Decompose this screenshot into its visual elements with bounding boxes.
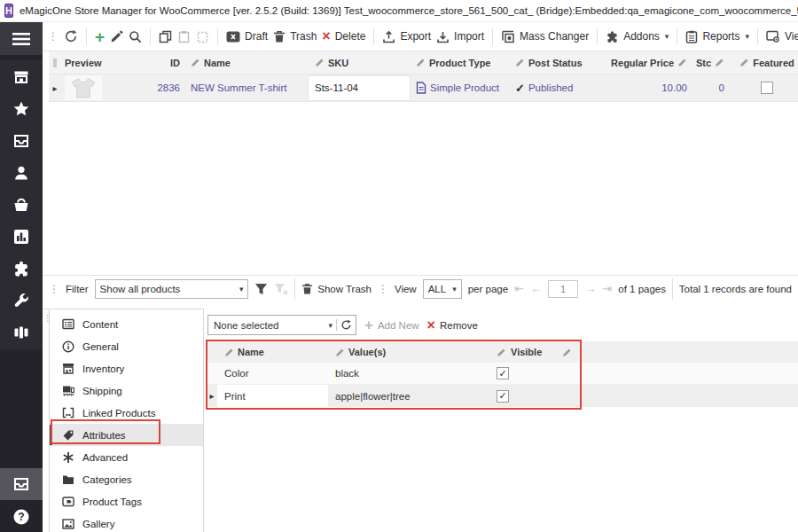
- stock-cell: 0: [694, 82, 730, 93]
- view-count-dropdown[interactable]: ALL ▾: [423, 279, 462, 299]
- export-label: Export: [400, 30, 431, 43]
- archive-icon[interactable]: [0, 468, 43, 500]
- layout-columns-icon[interactable]: [0, 317, 43, 348]
- show-trash-button[interactable]: Show Trash: [301, 283, 372, 295]
- remove-button[interactable]: × Remove: [427, 318, 478, 332]
- attr-name-cell[interactable]: Print: [217, 385, 328, 407]
- statistics-chart-icon[interactable]: [0, 221, 43, 253]
- column-header-edit[interactable]: [548, 348, 585, 357]
- tab-advanced[interactable]: Advanced: [50, 446, 203, 468]
- table-row[interactable]: ▸ 2836 NEW Summer T-shirt Sts-11-04 Simp…: [49, 74, 798, 102]
- view-button[interactable]: View ▾: [766, 30, 798, 43]
- clear-filter-button[interactable]: [274, 283, 288, 295]
- tab-shipping[interactable]: Shipping: [50, 379, 203, 402]
- reports-button[interactable]: Reports ▾: [685, 30, 749, 43]
- trash-button[interactable]: Trash: [273, 30, 317, 43]
- remove-label: Remove: [440, 320, 478, 331]
- first-page-button[interactable]: ⇤: [514, 282, 524, 295]
- tab-general[interactable]: General: [50, 335, 203, 357]
- add-button[interactable]: +: [95, 28, 105, 45]
- attribute-row-color[interactable]: Color black ✓: [207, 363, 798, 385]
- column-header-stock[interactable]: Stc: [694, 58, 730, 68]
- refresh-button[interactable]: [64, 29, 78, 43]
- store-icon[interactable]: [0, 61, 43, 93]
- apply-filter-button[interactable]: [254, 283, 268, 295]
- column-header-attr-name[interactable]: Name: [217, 341, 328, 363]
- sku-cell-wrap: Sts-11-04: [308, 75, 412, 101]
- prev-page-button[interactable]: ←: [530, 282, 542, 295]
- favorites-star-icon[interactable]: [0, 93, 43, 125]
- draft-button[interactable]: Draft: [226, 30, 268, 43]
- orders-box-icon[interactable]: [0, 125, 43, 157]
- column-header-attr-visible[interactable]: Visible: [497, 347, 548, 357]
- tab-product-tags[interactable]: Product Tags: [50, 490, 203, 512]
- pencil-icon: [335, 348, 345, 357]
- attr-name-cell[interactable]: Color: [217, 363, 328, 384]
- attr-values-cell[interactable]: apple|flower|tree: [328, 391, 497, 402]
- last-page-button[interactable]: ⇥: [602, 282, 612, 295]
- svg-text:?: ?: [18, 511, 24, 523]
- basket-icon[interactable]: [0, 189, 43, 221]
- product-name-link[interactable]: NEW Summer T-shirt: [184, 82, 308, 93]
- import-button[interactable]: Import: [436, 30, 484, 43]
- plugins-puzzle-icon[interactable]: [0, 253, 43, 285]
- delete-button[interactable]: × Delete: [322, 29, 365, 43]
- tab-categories[interactable]: Categories: [50, 468, 203, 490]
- toolbar-grip-icon[interactable]: ⋮: [48, 30, 59, 43]
- export-button[interactable]: Export: [382, 30, 431, 43]
- next-page-button[interactable]: →: [584, 282, 596, 295]
- column-header-product-type[interactable]: Product Type: [412, 58, 512, 68]
- filterbar-grip-icon[interactable]: ⋮: [49, 283, 59, 295]
- column-header-post-status[interactable]: Post Status: [512, 58, 607, 68]
- mass-changer-button[interactable]: Mass Changer: [501, 30, 589, 43]
- attr-values-cell[interactable]: black: [328, 368, 497, 379]
- paste-button[interactable]: [177, 30, 191, 43]
- page-number-input[interactable]: 1: [548, 280, 578, 298]
- attr-name-header-label: Name: [238, 347, 264, 357]
- column-header-sku[interactable]: SKU: [308, 58, 412, 68]
- attribute-set-value: None selected: [208, 320, 324, 331]
- menu-icon[interactable]: [0, 22, 43, 55]
- customers-icon[interactable]: [0, 157, 43, 189]
- refresh-attributes-button[interactable]: [336, 319, 356, 331]
- tab-inventory[interactable]: Inventory: [50, 357, 203, 379]
- tab-content[interactable]: Content: [50, 313, 203, 335]
- sku-cell[interactable]: Sts-11-04: [308, 75, 411, 101]
- tools-wrench-icon[interactable]: [0, 285, 43, 317]
- toolbar-separator: [150, 28, 151, 45]
- paste-special-button[interactable]: [196, 30, 209, 43]
- featured-cell: [730, 82, 798, 94]
- gallery-icon: [61, 519, 74, 529]
- column-header-featured[interactable]: Featured: [730, 58, 798, 68]
- featured-checkbox[interactable]: [761, 82, 773, 94]
- app-logo-icon: H: [4, 4, 13, 18]
- visible-checkbox[interactable]: ✓: [497, 367, 509, 379]
- id-header-label: ID: [170, 58, 180, 68]
- grip-icon: [53, 59, 57, 67]
- tab-linked-products[interactable]: Linked Products: [50, 402, 203, 424]
- search-icon[interactable]: [129, 30, 142, 43]
- column-header-id[interactable]: ID: [132, 58, 184, 68]
- column-header-attr-values[interactable]: Value(s): [328, 347, 497, 357]
- help-icon[interactable]: ?: [0, 504, 43, 530]
- tab-label: Inventory: [82, 364, 124, 374]
- tab-attributes[interactable]: Attributes: [50, 424, 203, 446]
- attribute-row-print[interactable]: ▸ Print apple|flower|tree ✓: [207, 385, 798, 407]
- add-new-button[interactable]: + Add New: [364, 317, 419, 332]
- row-marker: ▸: [49, 83, 61, 93]
- copy-button[interactable]: [159, 30, 172, 43]
- edit-button[interactable]: [110, 30, 123, 43]
- column-header-regular-price[interactable]: Regular Price: [607, 58, 694, 68]
- remove-x-icon: ×: [427, 318, 435, 332]
- info-icon: [61, 340, 74, 353]
- check-icon: ✓: [515, 82, 525, 95]
- tab-gallery[interactable]: Gallery: [50, 512, 203, 532]
- filter-dropdown[interactable]: Show all products ▾: [95, 279, 249, 299]
- addons-button[interactable]: Addons ▾: [606, 30, 669, 43]
- column-header-name[interactable]: Name: [184, 58, 308, 68]
- visible-checkbox[interactable]: ✓: [497, 390, 509, 403]
- attribute-set-dropdown[interactable]: None selected ▾: [207, 315, 356, 335]
- attributes-grid: Name Value(s) Visible Color black: [207, 341, 798, 407]
- filterbar-grip-icon[interactable]: ⋮: [378, 283, 388, 295]
- column-header-preview[interactable]: Preview: [61, 58, 132, 68]
